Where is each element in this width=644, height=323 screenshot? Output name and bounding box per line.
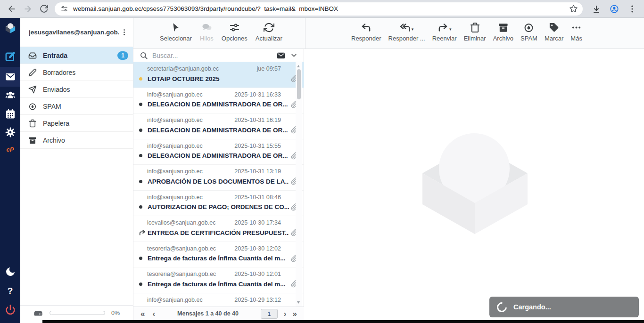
- calendar-nav-button[interactable]: [0, 108, 20, 120]
- roundcube-watermark: [422, 133, 528, 234]
- message-row[interactable]: info@sanjuan.gob.ec2025-10-31 16:33 DELE…: [133, 88, 304, 114]
- message-subject: DELEGACION DE ADMINISTRADORA DE OR...: [148, 127, 289, 134]
- forwarded-icon: [139, 229, 148, 236]
- unread-icon[interactable]: [139, 180, 148, 183]
- mail-nav-button[interactable]: [0, 71, 20, 82]
- select-button[interactable]: Seleccionar: [160, 21, 192, 42]
- message-date: 2025-10-29 13:12: [234, 297, 281, 303]
- message-row[interactable]: info@sanjuan.gob.ec2025-10-31 16:19 DELE…: [133, 113, 304, 139]
- message-date: 2025-10-30 12:02: [234, 245, 281, 252]
- message-subject: AUTORIZACION DE PAGO; ORDENES DE CO...: [148, 203, 289, 210]
- message-row[interactable]: tesoreria@sanjuan.gob.ec2025-10-30 12:01…: [133, 267, 304, 293]
- message-row[interactable]: info@sanjuan.gob.ec2025-10-31 08:46 AUTO…: [133, 191, 304, 217]
- message-sender: info@sanjuan.gob.ec: [147, 91, 203, 98]
- search-scope-mail-icon[interactable]: [276, 51, 286, 60]
- window-bottom-edge: [42, 320, 644, 323]
- message-row[interactable]: info@sanjuan.gob.ec2025-10-29 13:12: [133, 293, 304, 307]
- folder-trash[interactable]: Papelera: [20, 115, 133, 132]
- dark-mode-toggle[interactable]: [0, 266, 20, 277]
- url-text[interactable]: webmail.sanjuan.gob.ec/cpsess7753063093/…: [73, 5, 569, 12]
- browser-menu-button[interactable]: [624, 1, 640, 17]
- reply-button[interactable]: Responder: [351, 21, 381, 42]
- screen: webmail.sanjuan.gob.ec/cpsess7753063093/…: [0, 0, 644, 323]
- message-subject: LOTAIP OCTUBRE 2025: [148, 75, 289, 82]
- unread-icon[interactable]: [139, 154, 148, 157]
- message-sender: secretaria@sanjuan.gob.ec: [147, 65, 219, 72]
- message-date: 2025-10-30 12:01: [234, 271, 281, 277]
- folder-drafts[interactable]: Borradores: [20, 64, 133, 81]
- forward-icon: [438, 22, 448, 33]
- chat-bubbles-icon: [201, 22, 212, 33]
- loading-text: Cargando...: [513, 303, 551, 311]
- flagged-icon[interactable]: [139, 77, 148, 81]
- last-page-button[interactable]: »: [293, 310, 297, 318]
- message-row[interactable]: secretaria@sanjuan.gob.ecjue 09:57 LOTAI…: [133, 62, 304, 88]
- folder-inbox[interactable]: Entrada 1: [20, 47, 133, 64]
- cpanel-logo[interactable]: cP: [0, 146, 20, 153]
- first-page-button[interactable]: «: [140, 310, 145, 318]
- scroll-up-arrow[interactable]: [297, 65, 300, 67]
- refresh-button[interactable]: Actualizar: [256, 21, 282, 42]
- search-input[interactable]: [152, 52, 272, 59]
- settings-nav-button[interactable]: [0, 127, 20, 138]
- message-view-pane: Cargando...: [305, 49, 644, 320]
- mark-button[interactable]: Marcar: [545, 21, 563, 42]
- paper-plane-icon: [28, 85, 37, 94]
- message-row[interactable]: lcevallos@sanjuan.gob.ec2025-10-30 17:34…: [133, 216, 304, 242]
- list-scrollbar[interactable]: [296, 62, 302, 307]
- unread-icon[interactable]: [139, 129, 148, 132]
- message-date: 2025-10-30 17:34: [234, 219, 281, 226]
- site-settings-icon[interactable]: [60, 5, 68, 13]
- help-button[interactable]: ?: [0, 286, 20, 296]
- address-bar[interactable]: webmail.sanjuan.gob.ec/cpsess7753063093/…: [55, 2, 583, 16]
- options-button[interactable]: Opciones: [222, 21, 248, 42]
- folder-label: Borradores: [43, 69, 75, 76]
- message-row[interactable]: info@sanjuan.gob.ec2025-10-31 15:55 DELE…: [133, 139, 304, 165]
- bookmark-star-icon[interactable]: [569, 4, 578, 13]
- more-button[interactable]: Más: [570, 21, 582, 42]
- scrollbar-thumb[interactable]: [297, 69, 301, 99]
- unread-icon[interactable]: [139, 283, 148, 286]
- browser-actions: [587, 1, 641, 17]
- pagination-bar: « ‹ Mensajes 1 a 40 de 40 1 › »: [133, 307, 304, 320]
- compose-nav-button[interactable]: [0, 51, 20, 62]
- folder-archive[interactable]: Archivo: [20, 132, 133, 149]
- message-subject: Entrega de facturas de Ínfima Cuantía de…: [148, 255, 289, 262]
- message-date: 2025-10-31 13:19: [234, 168, 281, 175]
- browser-reload-button[interactable]: [36, 1, 52, 17]
- unread-icon[interactable]: [139, 257, 148, 260]
- chevron-down-icon[interactable]: [290, 51, 298, 59]
- next-page-button[interactable]: ›: [284, 310, 287, 318]
- message-row[interactable]: tesoreria@sanjuan.gob.ec2025-10-30 12:02…: [133, 242, 304, 268]
- search-icon[interactable]: [140, 51, 148, 60]
- roundcube-logo: [0, 23, 20, 34]
- archive-box-icon: [28, 136, 37, 145]
- reply-all-button[interactable]: ▾ Responder ...: [388, 21, 425, 42]
- contacts-nav-button[interactable]: [0, 89, 20, 101]
- folder-label: Entrada: [43, 52, 67, 59]
- dropdown-caret-icon[interactable]: ▾: [412, 27, 414, 33]
- scroll-down-arrow[interactable]: [297, 301, 300, 304]
- browser-forward-button[interactable]: [20, 1, 36, 17]
- message-row[interactable]: info@sanjuan.gob.ec2025-10-31 13:19 APRO…: [133, 165, 304, 191]
- threads-button[interactable]: Hilos: [200, 21, 214, 42]
- dropdown-caret-icon[interactable]: ▾: [449, 27, 452, 33]
- downloads-button[interactable]: [588, 1, 604, 17]
- loading-toast: Cargando...: [489, 297, 639, 317]
- browser-back-button[interactable]: [4, 1, 20, 17]
- message-subject: Entrega de facturas de Ínfima Cuantía de…: [148, 281, 289, 288]
- account-menu-button[interactable]: [119, 28, 129, 36]
- search-bar: [133, 49, 304, 62]
- unread-icon[interactable]: [139, 103, 148, 106]
- message-toolbar: Responder ▾ Responder ... ▾ Reenviar Eli…: [351, 21, 582, 42]
- profile-button[interactable]: [606, 1, 622, 17]
- delete-button[interactable]: Eliminar: [464, 21, 486, 42]
- page-number-box[interactable]: 1: [261, 309, 278, 319]
- forward-button[interactable]: ▾ Reenviar: [432, 21, 457, 42]
- archive-button[interactable]: Archivo: [493, 21, 513, 42]
- folder-sent[interactable]: Enviados: [20, 81, 133, 98]
- logout-button[interactable]: [0, 304, 20, 315]
- spam-button[interactable]: SPAM: [520, 21, 537, 42]
- folder-spam[interactable]: SPAM: [20, 98, 133, 115]
- unread-icon[interactable]: [139, 205, 148, 209]
